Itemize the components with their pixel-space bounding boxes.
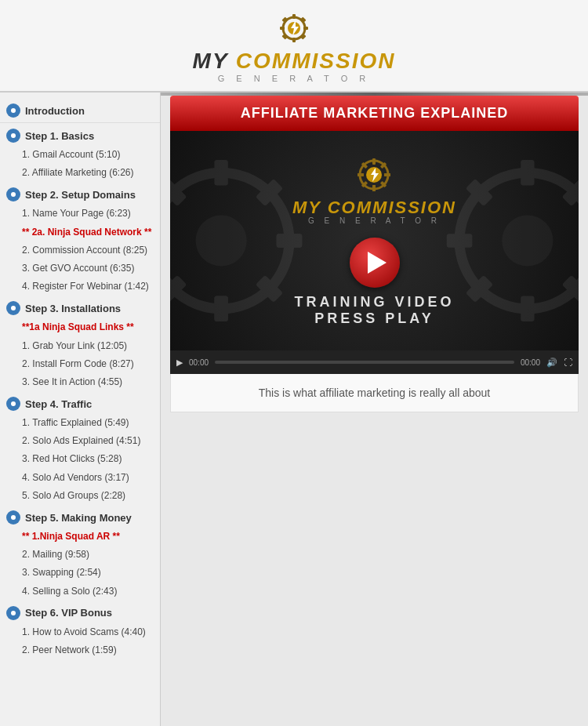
svg-point-18 [196, 215, 247, 266]
sidebar-step-2-item-4[interactable]: 3. Get GVO Account (6:35) [0, 260, 160, 278]
step-circle-6 [6, 606, 20, 620]
svg-rect-42 [372, 158, 376, 165]
sidebar-step-4-header[interactable]: Step 4. Traffic [0, 391, 160, 414]
sidebar-step-2-header[interactable]: Step 2. Setup Domains [0, 182, 160, 205]
step-4-label: Step 4. Traffic [25, 398, 92, 410]
sidebar-step-5-item-1[interactable]: ** 1.Ninja Squad AR ** [0, 528, 160, 546]
sidebar-step-1-item-2[interactable]: 2. Affiliate Marketing (6:26) [0, 164, 160, 182]
press-play-text: PRESS PLAY [314, 310, 434, 327]
step-circle-2 [6, 187, 20, 201]
sidebar-step-6-item-1[interactable]: 1. How to Avoid Scams (4:40) [0, 623, 160, 641]
step-circle-1 [6, 129, 20, 143]
intro-label: Introduction [25, 105, 85, 117]
time-elapsed: 00:00 [189, 358, 209, 367]
volume-button[interactable]: 🔊 [546, 358, 557, 368]
svg-rect-19 [214, 160, 227, 186]
video-logo-gen: G E N E R A T O R [292, 216, 456, 225]
video-logo-text: MY COMMISSION [292, 199, 456, 216]
svg-point-10 [11, 108, 16, 113]
sidebar-step-4-item-3[interactable]: 3. Red Hot Clicks (5:28) [0, 450, 160, 468]
sidebar: Introduction Step 1. Basics 1. Gmail Acc… [0, 93, 161, 726]
svg-rect-26 [214, 296, 227, 322]
svg-point-13 [11, 306, 16, 310]
sidebar-step-2-item-3[interactable]: 2. Commission Account (8:25) [0, 241, 160, 260]
sidebar-step-5-item-3[interactable]: 3. Swapping (2:54) [0, 564, 160, 582]
sidebar-step-4-item-4[interactable]: 4. Solo Ad Vendors (3:17) [0, 469, 160, 487]
svg-rect-49 [372, 185, 376, 191]
step-3-label: Step 3. Installations [25, 303, 121, 314]
svg-point-16 [11, 611, 16, 615]
page-header: MY COMMISSION G E N E R A T O R [0, 0, 588, 93]
svg-rect-51 [358, 173, 364, 176]
sidebar-step-5-header[interactable]: Step 5. Making Money [0, 505, 160, 528]
svg-rect-5 [303, 27, 308, 30]
sidebar-step-5-item-2[interactable]: 2. Mailing (9:58) [0, 546, 160, 564]
video-title-banner: AFFILIATE MARKETING EXPLAINED [170, 96, 579, 131]
svg-point-15 [11, 515, 16, 520]
sidebar-step-4-item-5[interactable]: 5. Solo Ad Groups (2:28) [0, 487, 160, 505]
fullscreen-button[interactable]: ⛶ [564, 358, 572, 367]
logo-icon [275, 9, 313, 47]
play-button[interactable] [350, 238, 400, 288]
video-player[interactable]: MY COMMISSION G E N E R A T O R TRAINING… [170, 131, 579, 374]
content-area: AFFILIATE MARKETING EXPLAINED [161, 93, 588, 726]
sidebar-step-5-item-4[interactable]: 4. Selling a Solo (2:43) [0, 583, 160, 601]
step-circle-5 [6, 510, 20, 525]
sidebar-step-4-item-2[interactable]: 2. Solo Ads Explained (4:51) [0, 432, 160, 450]
step-1-label: Step 1. Basics [25, 130, 94, 142]
step-5-label: Step 5. Making Money [25, 512, 132, 524]
svg-rect-36 [521, 296, 534, 322]
logo-title: MY COMMISSION [0, 50, 588, 72]
intro-circle [6, 103, 20, 118]
svg-point-31 [502, 215, 553, 266]
svg-rect-38 [447, 234, 473, 247]
sidebar-step-3-header[interactable]: Step 3. Installations [0, 296, 160, 318]
sidebar-step-4-item-1[interactable]: 1. Traffic Explained (5:49) [0, 414, 160, 432]
training-text: TRAINING VIDEO [294, 294, 454, 310]
time-total: 00:00 [521, 358, 540, 367]
sidebar-step-2-item-1[interactable]: 1. Name Your Page (6:23) [0, 205, 160, 223]
svg-rect-32 [521, 160, 534, 186]
svg-rect-24 [277, 234, 303, 247]
sidebar-step-1-item-1[interactable]: 1. Gmail Account (5:10) [0, 146, 160, 164]
logo-subtitle: G E N E R A T O R [0, 74, 588, 83]
sidebar-step-6-item-2[interactable]: 2. Peer Network (1:59) [0, 641, 160, 659]
video-gear-icon [354, 155, 394, 194]
sidebar-step-2-item-5[interactable]: 4. Register For Webinar (1:42) [0, 278, 160, 296]
video-caption: This is what affiliate marketing is real… [170, 374, 579, 412]
step-6-label: Step 6. VIP Bonus [25, 607, 112, 619]
step-circle-4 [6, 397, 20, 411]
svg-rect-2 [292, 14, 296, 19]
play-triangle-icon [368, 252, 387, 274]
video-controls[interactable]: ▶ 00:00 00:00 🔊 ⛶ [170, 350, 579, 374]
video-logo: MY COMMISSION G E N E R A T O R [292, 155, 456, 225]
play-pause-button[interactable]: ▶ [176, 358, 183, 368]
sidebar-steps: Step 1. Basics 1. Gmail Account (5:10)2.… [0, 123, 160, 659]
sidebar-step-3-item-3[interactable]: 2. Install Form Code (8:27) [0, 355, 160, 373]
step-circle-3 [6, 301, 20, 315]
progress-bar[interactable] [215, 361, 514, 364]
svg-rect-47 [384, 173, 390, 176]
sidebar-step-1-header[interactable]: Step 1. Basics [0, 123, 160, 146]
sidebar-step-3-item-1[interactable]: **1a Ninja Squad Links ** [0, 318, 160, 336]
sidebar-step-2-item-2[interactable]: ** 2a. Ninja Squad Network ** [0, 223, 160, 241]
svg-point-11 [11, 133, 16, 138]
sidebar-step-3-item-2[interactable]: 1. Grab Your Link (12:05) [0, 337, 160, 355]
sidebar-step-6-header[interactable]: Step 6. VIP Bonus [0, 601, 160, 623]
sidebar-item-introduction[interactable]: Introduction [0, 99, 160, 123]
step-2-label: Step 2. Setup Domains [25, 189, 136, 201]
main-layout: Introduction Step 1. Basics 1. Gmail Acc… [0, 93, 588, 726]
svg-point-14 [11, 401, 16, 406]
sidebar-step-3-item-4[interactable]: 3. See It in Action (4:55) [0, 373, 160, 391]
svg-rect-4 [280, 27, 285, 30]
svg-point-12 [11, 192, 16, 197]
video-thumbnail[interactable]: MY COMMISSION G E N E R A T O R TRAINING… [170, 131, 579, 350]
svg-rect-3 [292, 38, 296, 42]
